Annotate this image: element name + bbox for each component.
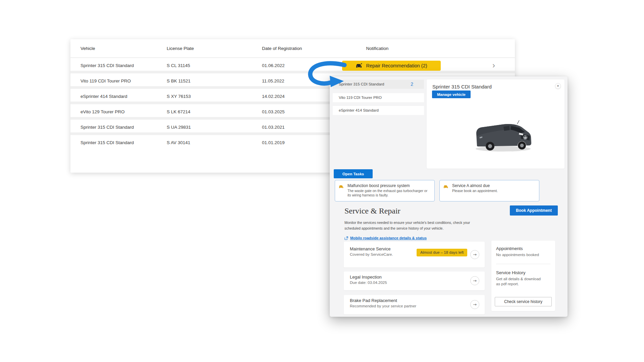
task-body: The waste gate on the exhaust gas turboc… xyxy=(347,189,429,197)
repair-recommendation-label: Repair Recommendation (2) xyxy=(366,63,427,68)
table-header-row: Vehicle License Plate Date of Registrati… xyxy=(70,39,515,58)
check-service-history-button[interactable]: Check service history xyxy=(495,297,552,306)
service-card-subtitle: Covered by ServiceCare. xyxy=(350,252,393,256)
manage-vehicle-button[interactable]: Manage vehicle xyxy=(432,90,471,98)
service-repair-heading: Service & Repair xyxy=(344,206,400,216)
table-row[interactable]: Sprinter 315 CDI Standard S CL 31145 01.… xyxy=(70,58,515,73)
header-vehicle: Vehicle xyxy=(80,39,95,58)
callout-arrow xyxy=(304,59,349,92)
vehicle-list-label: Vito 119 CDI Tourer PRO xyxy=(339,93,382,102)
car-warning-icon xyxy=(443,184,448,190)
vehicle-list-label: eSprinter 414 Standard xyxy=(339,106,379,115)
cell-date: 11.05.2022 xyxy=(262,73,284,89)
service-card-title: Legal Inspection xyxy=(350,275,382,280)
book-appointment-button[interactable]: Book Appointment xyxy=(510,205,558,216)
cell-date: 01.03.2021 xyxy=(262,120,285,135)
appointments-status: No appointments booked xyxy=(496,252,546,257)
task-count-badge: 2 xyxy=(411,80,413,89)
arrow-right-icon[interactable]: → xyxy=(470,276,479,285)
service-card-subtitle: Recommended by your service partner xyxy=(350,304,416,308)
cell-plate: S LK 67214 xyxy=(167,104,191,120)
divider xyxy=(496,264,550,264)
cell-plate: S XY 76153 xyxy=(167,89,191,104)
service-card-legal-inspection[interactable]: Legal Inspection Due date: 03.04.2025 → xyxy=(344,272,485,290)
cell-date: 01.03.2025 xyxy=(262,104,285,120)
service-card-brake-pad[interactable]: Brake Pad Replacement Recommended by you… xyxy=(344,295,485,314)
chevron-right-icon[interactable]: › xyxy=(492,58,499,73)
cell-plate: S UA 29831 xyxy=(167,120,191,135)
service-history-title: Service History xyxy=(496,270,550,275)
arrow-right-icon[interactable]: → xyxy=(470,250,479,259)
task-card-service-a[interactable]: Service A almost due Please book an appo… xyxy=(439,180,539,201)
almost-due-badge: Almost due – 18 days left xyxy=(417,249,467,256)
cell-vehicle: Sprinter 315 CDI Standard xyxy=(80,58,134,73)
cell-plate: S BK 11521 xyxy=(167,73,191,89)
task-body: Please book an appointment. xyxy=(452,189,534,193)
repair-recommendation-button[interactable]: Repair Recommendation (2) xyxy=(342,61,441,71)
cell-vehicle: eSprinter 414 Standard xyxy=(80,89,127,104)
vehicle-detail-popup: Sprinter 315 CDI Standard 2 Vito 119 CDI… xyxy=(330,76,568,317)
task-card-malfunction[interactable]: Malfunction boost pressure system The wa… xyxy=(335,180,435,201)
vehicle-list-item-vito-119[interactable]: Vito 119 CDI Tourer PRO xyxy=(333,93,424,102)
cell-date: 14.02.2024 xyxy=(262,89,285,104)
vehicle-image xyxy=(470,116,537,154)
mobilo-link-label: Mobilo roadside assistance details & sta… xyxy=(350,236,427,240)
cell-date: 01.01.2019 xyxy=(262,135,285,150)
service-card-title: Brake Pad Replacement xyxy=(350,298,397,303)
service-card-subtitle: Due date: 03.04.2025 xyxy=(350,281,387,285)
open-tasks-button[interactable]: Open Tasks xyxy=(334,169,373,178)
external-link-icon xyxy=(344,236,348,240)
mobilo-assistance-link[interactable]: Mobilo roadside assistance details & sta… xyxy=(344,236,427,240)
service-repair-description: Monitor the services needed to ensure yo… xyxy=(344,220,484,231)
header-license-plate: License Plate xyxy=(167,39,194,58)
cell-vehicle: Vito 119 CDI Tourer PRO xyxy=(80,73,131,89)
cell-vehicle: eVito 129 Tourer PRO xyxy=(80,104,125,120)
close-icon[interactable]: × xyxy=(555,83,561,89)
cell-vehicle: Sprinter 315 CDI Standard xyxy=(80,135,134,150)
car-warning-icon xyxy=(339,184,344,190)
service-card-title: Maintenance Service xyxy=(350,246,390,251)
cell-plate: S CL 31145 xyxy=(167,58,190,73)
service-history-description: Get all details & download as pdf report… xyxy=(496,277,546,287)
appointments-title: Appointments xyxy=(496,246,550,251)
vehicle-title: Sprinter 315 CDI Standard xyxy=(432,84,492,89)
cell-date: 01.06.2022 xyxy=(262,58,285,73)
vehicle-list-item-esprinter-414[interactable]: eSprinter 414 Standard xyxy=(333,106,424,115)
task-title: Malfunction boost pressure system xyxy=(347,183,410,188)
service-card-maintenance[interactable]: Maintenance Service Covered by ServiceCa… xyxy=(344,242,485,267)
appointments-history-card: Appointments No appointments booked Serv… xyxy=(491,241,555,311)
task-title: Service A almost due xyxy=(452,183,490,188)
header-notification: Notification xyxy=(339,39,416,58)
header-date-of-registration: Date of Registration xyxy=(262,39,302,58)
car-repair-icon xyxy=(356,63,363,69)
cell-vehicle: Sprinter 315 CDI Standard xyxy=(80,120,134,135)
cell-plate: S AV 30141 xyxy=(167,135,190,150)
arrow-right-icon[interactable]: → xyxy=(470,300,479,309)
vehicle-detail-panel: Sprinter 315 CDI Standard Manage vehicle… xyxy=(427,79,565,169)
page: Vehicle License Plate Date of Registrati… xyxy=(0,0,644,362)
